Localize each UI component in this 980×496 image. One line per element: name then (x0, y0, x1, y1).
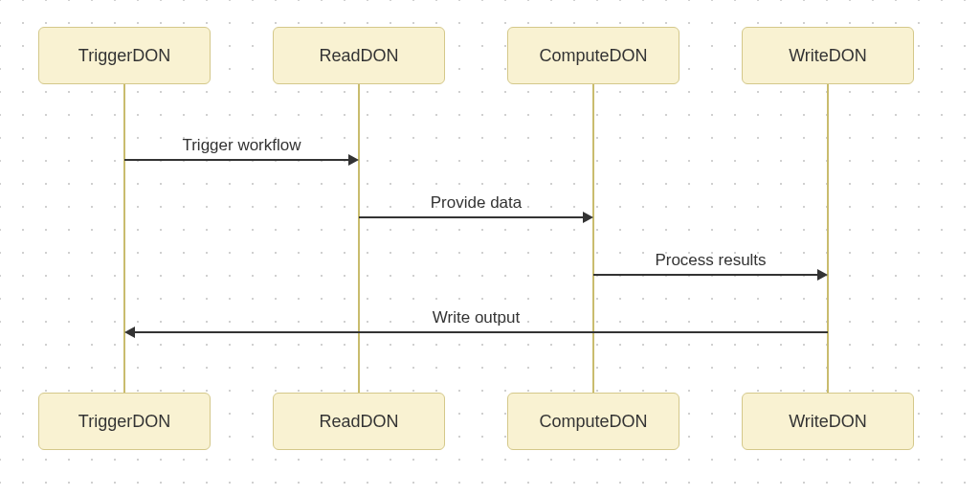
arrow-head-icon (583, 212, 593, 223)
arrow-head-icon (124, 327, 135, 338)
message-arrow-process-results (593, 274, 817, 276)
participant-bottom-writedon: WriteDON (742, 393, 914, 450)
participant-label: ComputeDON (539, 46, 647, 66)
participant-label: WriteDON (789, 46, 867, 66)
arrow-head-icon (817, 269, 828, 281)
participant-label: WriteDON (789, 412, 867, 432)
participant-label: ReadDON (319, 46, 398, 66)
arrow-head-icon (348, 154, 359, 166)
participant-label: TriggerDON (78, 412, 170, 432)
participant-bottom-computedon: ComputeDON (507, 393, 679, 450)
message-label-trigger-workflow: Trigger workflow (124, 136, 359, 155)
participant-top-triggerdon: TriggerDON (38, 27, 211, 84)
participant-bottom-triggerdon: TriggerDON (38, 393, 211, 450)
message-arrow-write-output (135, 331, 828, 333)
participant-top-readdon: ReadDON (273, 27, 445, 84)
participant-label: TriggerDON (78, 46, 170, 66)
message-label-write-output: Write output (124, 308, 828, 327)
message-arrow-trigger-workflow (124, 159, 348, 161)
participant-bottom-readdon: ReadDON (273, 393, 445, 450)
lifeline-computedon (592, 84, 594, 393)
participant-label: ComputeDON (539, 412, 647, 432)
participant-top-computedon: ComputeDON (507, 27, 679, 84)
message-label-process-results: Process results (593, 251, 828, 270)
lifeline-readdon (358, 84, 360, 393)
participant-top-writedon: WriteDON (742, 27, 914, 84)
message-label-provide-data: Provide data (359, 193, 593, 213)
lifeline-triggerdon (123, 84, 125, 393)
participant-label: ReadDON (319, 412, 398, 432)
message-arrow-provide-data (359, 216, 583, 218)
lifeline-writedon (827, 84, 829, 393)
